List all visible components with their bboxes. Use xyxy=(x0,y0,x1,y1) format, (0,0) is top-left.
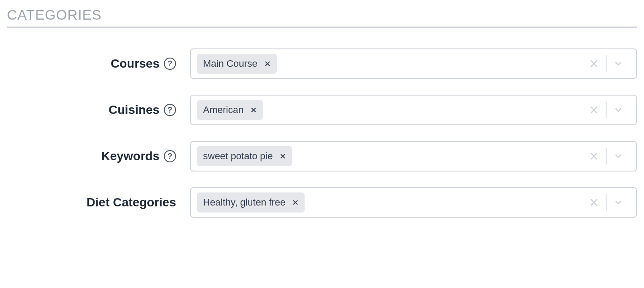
section-divider xyxy=(7,27,637,27)
tags-area[interactable]: Healthy, gluten free xyxy=(197,192,579,213)
tag-label: Main Course xyxy=(203,58,258,69)
help-icon[interactable]: ? xyxy=(164,58,176,70)
section-title: CATEGORIES xyxy=(7,7,637,23)
multiselect-cuisines[interactable]: American xyxy=(190,95,637,125)
field-label-courses: Courses? xyxy=(7,57,190,71)
tag: Healthy, gluten free xyxy=(197,192,305,213)
chevron-down-icon[interactable] xyxy=(607,194,630,211)
tag-label: American xyxy=(203,104,244,116)
tags-area[interactable]: Main Course xyxy=(197,54,579,74)
multiselect-controls xyxy=(579,194,630,211)
chevron-down-icon[interactable] xyxy=(607,55,630,72)
help-icon[interactable]: ? xyxy=(164,104,176,116)
chevron-down-icon[interactable] xyxy=(607,148,630,165)
field-label-diet-categories: Diet Categories xyxy=(7,195,190,209)
tags-area[interactable]: American xyxy=(197,100,579,120)
field-label-cuisines: Cuisines? xyxy=(7,103,190,117)
tag-remove-icon[interactable] xyxy=(251,107,257,113)
multiselect-courses[interactable]: Main Course xyxy=(190,48,637,79)
multiselect-controls xyxy=(579,55,630,72)
field-label-text: Courses xyxy=(111,57,159,71)
chevron-down-icon[interactable] xyxy=(607,102,630,118)
tag-remove-icon[interactable] xyxy=(264,61,271,67)
tags-area[interactable]: sweet potato pie xyxy=(197,146,579,166)
field-row-diet-categories: Diet CategoriesHealthy, gluten free xyxy=(7,187,637,218)
tag-label: sweet potato pie xyxy=(203,151,273,162)
field-row-cuisines: Cuisines?American xyxy=(7,95,637,125)
tag-remove-icon[interactable] xyxy=(292,199,298,206)
tag: sweet potato pie xyxy=(197,146,292,166)
field-row-keywords: Keywords?sweet potato pie xyxy=(7,141,637,171)
multiselect-controls xyxy=(579,102,630,118)
tag: Main Course xyxy=(197,54,277,74)
field-label-text: Cuisines xyxy=(108,103,159,117)
tag-label: Healthy, gluten free xyxy=(203,197,285,208)
tag: American xyxy=(197,100,263,120)
clear-all-icon[interactable] xyxy=(582,148,606,165)
field-label-text: Diet Categories xyxy=(87,195,176,209)
multiselect-diet-categories[interactable]: Healthy, gluten free xyxy=(190,187,637,218)
field-row-courses: Courses?Main Course xyxy=(7,48,637,79)
clear-all-icon[interactable] xyxy=(582,102,606,118)
field-label-text: Keywords xyxy=(101,149,159,163)
help-icon[interactable]: ? xyxy=(164,150,176,162)
field-label-keywords: Keywords? xyxy=(7,149,190,163)
multiselect-keywords[interactable]: sweet potato pie xyxy=(190,141,637,171)
multiselect-controls xyxy=(579,148,630,165)
clear-all-icon[interactable] xyxy=(582,55,606,72)
clear-all-icon[interactable] xyxy=(582,194,606,211)
tag-remove-icon[interactable] xyxy=(280,153,286,159)
